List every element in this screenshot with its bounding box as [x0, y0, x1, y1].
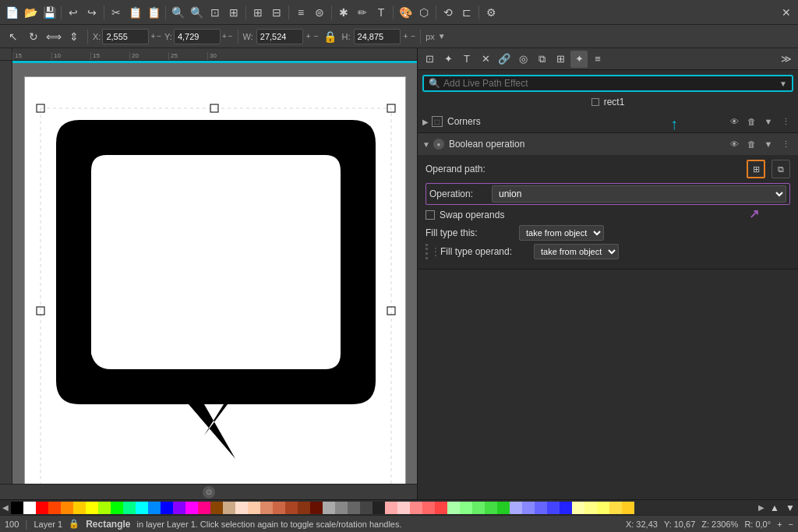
palette-scroll-right[interactable]: ▶ — [756, 500, 767, 516]
tab-close-icon[interactable]: ✕ — [477, 51, 494, 68]
palette-color-49[interactable] — [622, 502, 634, 514]
node-icon[interactable]: ✱ — [335, 4, 352, 21]
palette-color-25[interactable] — [323, 502, 335, 514]
preferences-icon[interactable]: ⚙ — [482, 4, 500, 21]
palette-color-39[interactable] — [497, 502, 510, 514]
palette-color-45[interactable] — [572, 502, 584, 514]
x-input[interactable] — [102, 29, 149, 44]
palette-color-41[interactable] — [522, 502, 535, 514]
canvas-scroll[interactable] — [12, 61, 417, 484]
palette-color-40[interactable] — [510, 502, 522, 514]
palette-color-0[interactable] — [11, 502, 23, 514]
palette-color-48[interactable] — [609, 502, 622, 514]
palette-scroll-left[interactable]: ◀ — [0, 500, 11, 516]
lpe-search-input[interactable] — [443, 78, 779, 89]
palette-color-15[interactable] — [198, 502, 210, 514]
text-icon[interactable]: T — [373, 4, 390, 21]
corners-more-btn[interactable]: ⋮ — [778, 114, 793, 129]
open-icon[interactable]: 📂 — [22, 4, 39, 21]
swap-checkbox[interactable] — [425, 210, 435, 220]
palette-color-8[interactable] — [111, 502, 123, 514]
palette-color-29[interactable] — [373, 502, 385, 514]
boolean-eye-btn[interactable]: 👁 — [726, 136, 742, 152]
group-icon[interactable]: ⊞ — [249, 4, 267, 21]
select-icon[interactable]: ↖ — [5, 28, 22, 45]
palette-color-26[interactable] — [335, 502, 348, 514]
corners-menu-btn[interactable]: ▼ — [761, 114, 776, 129]
palette-color-35[interactable] — [447, 502, 460, 514]
palette-color-11[interactable] — [148, 502, 161, 514]
palette-color-16[interactable] — [210, 502, 223, 514]
palette-color-43[interactable] — [547, 502, 560, 514]
palette-color-23[interactable] — [298, 502, 310, 514]
palette-color-12[interactable] — [161, 502, 173, 514]
palette-color-7[interactable] — [98, 502, 111, 514]
palette-color-3[interactable] — [48, 502, 61, 514]
palette-color-22[interactable] — [285, 502, 298, 514]
palette-color-17[interactable] — [223, 502, 235, 514]
palette-color-9[interactable] — [123, 502, 136, 514]
paste-icon[interactable]: 📋 — [145, 4, 162, 21]
palette-color-20[interactable] — [260, 502, 273, 514]
palette-color-2[interactable] — [36, 502, 48, 514]
tab-link-icon[interactable]: 🔗 — [496, 51, 513, 68]
fill-icon[interactable]: 🎨 — [397, 4, 414, 21]
palette-color-4[interactable] — [61, 502, 73, 514]
tab-settings-icon[interactable]: ≡ — [589, 51, 606, 68]
palette-down-icon[interactable]: ▼ — [782, 500, 798, 516]
zoom-page-icon[interactable]: ⊞ — [225, 4, 242, 21]
h-up-arrow[interactable]: + — [404, 32, 408, 41]
align-icon[interactable]: ≡ — [292, 4, 309, 21]
boolean-delete-btn[interactable]: 🗑 — [743, 136, 759, 152]
flip-h-icon[interactable]: ⟺ — [45, 28, 62, 45]
close-icon[interactable]: ✕ — [778, 4, 795, 21]
unit-dropdown[interactable]: ▼ — [438, 32, 446, 41]
tab-symbol-icon[interactable]: ◎ — [514, 51, 531, 68]
palette-color-21[interactable] — [273, 502, 285, 514]
distribute-icon[interactable]: ⊜ — [311, 4, 328, 21]
palette-color-36[interactable] — [460, 502, 472, 514]
tab-overflow-icon[interactable]: ≫ — [778, 51, 795, 68]
h-input[interactable] — [354, 29, 401, 44]
palette-color-32[interactable] — [410, 502, 422, 514]
palette-color-38[interactable] — [485, 502, 497, 514]
palette-color-30[interactable] — [385, 502, 397, 514]
palette-color-34[interactable] — [435, 502, 447, 514]
fill-operand-select[interactable]: take from object — [534, 244, 619, 259]
boolean-more-btn[interactable]: ⋮ — [778, 136, 793, 152]
lock-icon[interactable]: 🔒 — [69, 519, 79, 529]
palette-color-31[interactable] — [397, 502, 410, 514]
corners-delete-btn[interactable]: 🗑 — [743, 114, 759, 129]
copy-icon[interactable]: 📋 — [126, 4, 143, 21]
scroll-indicator[interactable]: ⊙ — [203, 486, 215, 499]
tab-clone-icon[interactable]: ⧉ — [533, 51, 550, 68]
y-input[interactable] — [174, 29, 221, 44]
w-down-arrow[interactable]: − — [314, 32, 319, 41]
x-down-arrow[interactable]: − — [157, 32, 161, 41]
h-down-arrow[interactable]: − — [411, 32, 415, 41]
lock-ratio-icon[interactable]: 🔒 — [322, 28, 339, 45]
tab-lpe-icon[interactable]: ✦ — [570, 51, 588, 68]
tab-more-icon[interactable]: ⊞ — [552, 51, 569, 68]
palette-color-1[interactable] — [23, 502, 36, 514]
palette-color-28[interactable] — [360, 502, 373, 514]
rect-checkbox[interactable] — [591, 98, 599, 106]
palette-color-27[interactable] — [348, 502, 360, 514]
operand-paste-btn[interactable]: ⊞ — [747, 160, 765, 178]
zoom-fit-icon[interactable]: ⊡ — [207, 4, 224, 21]
redo-icon[interactable]: ↪ — [83, 4, 101, 21]
y-up-arrow[interactable]: + — [222, 32, 227, 41]
stroke-icon[interactable]: ⬡ — [415, 4, 433, 21]
palette-color-44[interactable] — [560, 502, 572, 514]
cut-icon[interactable]: ✂ — [108, 4, 125, 21]
palette-color-5[interactable] — [73, 502, 86, 514]
palette-color-37[interactable] — [472, 502, 485, 514]
palette-color-42[interactable] — [535, 502, 547, 514]
palette-color-18[interactable] — [235, 502, 248, 514]
palette-color-14[interactable] — [185, 502, 198, 514]
ungroup-icon[interactable]: ⊟ — [268, 4, 285, 21]
palette-color-10[interactable] — [136, 502, 148, 514]
lpe-search-bar[interactable]: 🔍 ▼ — [422, 75, 793, 92]
transform-icon[interactable]: ⟲ — [440, 4, 457, 21]
palette-color-47[interactable] — [597, 502, 609, 514]
